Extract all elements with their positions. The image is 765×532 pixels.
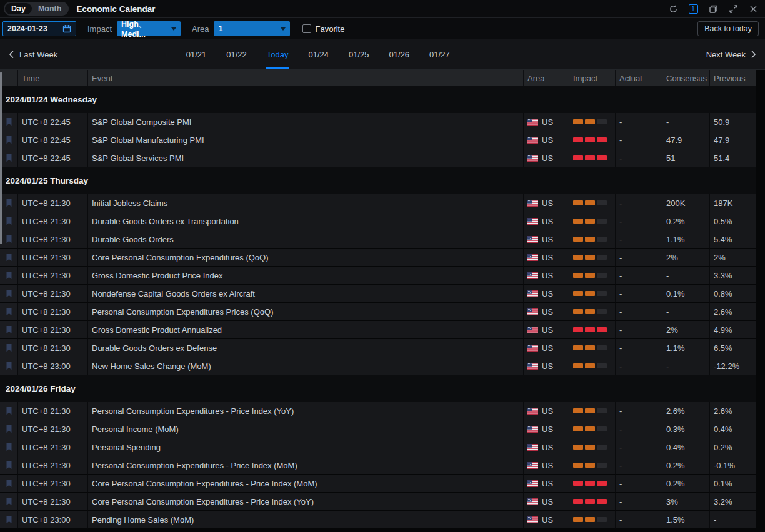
tab-day[interactable]: Day — [5, 3, 32, 14]
event-time: UTC+8 21:30 — [18, 456, 88, 475]
bookmark-icon[interactable] — [5, 406, 13, 415]
section-date-header: 2024/01/26 Friday — [0, 375, 756, 402]
impact-segment — [585, 499, 595, 504]
date-picker-input[interactable]: 2024-01-23 — [2, 21, 76, 36]
table-row[interactable]: UTC+8 21:30Personal Consumption Expendit… — [0, 303, 756, 321]
bookmark-icon[interactable] — [5, 343, 13, 352]
area-code: US — [542, 253, 553, 262]
bookmark-cell — [0, 321, 18, 339]
table-row[interactable]: UTC+8 21:30Core Personal Consumption Exp… — [0, 475, 756, 493]
next-week-button[interactable]: Next Week — [706, 39, 756, 69]
flag-wrap — [528, 137, 538, 144]
expand-icon[interactable] — [728, 3, 739, 14]
bookmark-icon[interactable] — [5, 325, 13, 334]
restore-window-icon[interactable] — [708, 3, 719, 14]
bookmark-icon[interactable] — [5, 154, 13, 162]
table-row[interactable]: UTC+8 23:00Pending Home Sales (MoM) US-1… — [0, 511, 756, 529]
previous-value: 0.4% — [710, 420, 756, 438]
impact-segment — [597, 481, 607, 486]
day-tab-today[interactable]: Today — [266, 39, 289, 69]
day-tab-0121[interactable]: 01/21 — [186, 39, 208, 69]
table-row[interactable]: UTC+8 21:30Personal Spending US-0.4%0.2% — [0, 438, 756, 456]
back-to-today-button[interactable]: Back to today — [698, 21, 759, 36]
table-row[interactable]: UTC+8 21:30Gross Domestic Product Price … — [0, 267, 756, 285]
day-tab-0124[interactable]: 01/24 — [308, 39, 329, 69]
us-flag-icon — [528, 290, 538, 297]
bookmark-icon[interactable] — [5, 289, 13, 298]
bookmark-icon[interactable] — [5, 461, 13, 470]
event-area: US — [524, 303, 569, 321]
impact-segment — [585, 445, 595, 450]
bookmark-icon[interactable] — [5, 425, 13, 433]
flag-wrap — [528, 426, 538, 433]
table-body: 2024/01/24 Wednesday UTC+8 22:45S&P Glob… — [0, 86, 756, 529]
last-week-button[interactable]: Last Week — [9, 39, 58, 69]
table-row[interactable]: UTC+8 21:30Core Personal Consumption Exp… — [0, 493, 756, 511]
table-row[interactable]: UTC+8 21:30Gross Domestic Product Annual… — [0, 321, 756, 339]
section-date-header: 2024/01/24 Wednesday — [0, 86, 756, 113]
bookmark-icon[interactable] — [5, 199, 13, 207]
consensus-value: 1.1% — [662, 339, 710, 357]
header-impact: Impact — [569, 70, 616, 86]
us-flag-icon — [528, 200, 538, 207]
refresh-icon[interactable] — [668, 3, 679, 14]
table-row[interactable]: UTC+8 21:30Durable Goods Orders ex Trans… — [0, 212, 756, 230]
day-tab-0122[interactable]: 01/22 — [226, 39, 248, 69]
favorite-checkbox[interactable] — [302, 24, 311, 33]
bookmark-icon[interactable] — [5, 135, 13, 144]
table-row[interactable]: UTC+8 21:30Durable Goods Orders ex Defen… — [0, 339, 756, 357]
impact-indicator — [569, 321, 616, 339]
day-tab-0126[interactable]: 01/26 — [389, 39, 411, 69]
impact-segment — [573, 219, 583, 224]
table-row[interactable]: UTC+8 22:45S&P Global Services PMI US-51… — [0, 149, 756, 167]
impact-select[interactable]: High、Medi... — [117, 21, 181, 36]
impact-segment — [597, 426, 607, 431]
title-bar: Day Month Economic Calendar 1 — [0, 0, 765, 18]
bookmark-icon[interactable] — [5, 235, 13, 244]
close-icon[interactable] — [748, 3, 759, 14]
bookmark-icon[interactable] — [5, 362, 13, 370]
bookmark-icon[interactable] — [5, 117, 13, 126]
table-row[interactable]: UTC+8 22:45S&P Global Composite PMI US--… — [0, 113, 756, 131]
table-row[interactable]: UTC+8 23:00New Home Sales Change (MoM) U… — [0, 357, 756, 375]
date-value: 2024-01-23 — [8, 24, 48, 33]
event-area: US — [524, 357, 569, 375]
event-time: UTC+8 21:30 — [18, 321, 88, 339]
area-code: US — [542, 307, 553, 317]
bookmark-icon[interactable] — [5, 253, 13, 262]
table-row[interactable]: UTC+8 21:30Durable Goods Orders US-1.1%5… — [0, 230, 756, 249]
bookmark-icon[interactable] — [5, 515, 13, 524]
day-tab-0127[interactable]: 01/27 — [429, 39, 451, 69]
impact-segment — [573, 445, 583, 450]
event-name: New Home Sales Change (MoM) — [88, 357, 524, 375]
bookmark-cell — [0, 357, 18, 375]
bookmark-icon[interactable] — [5, 271, 13, 280]
table-row[interactable]: UTC+8 21:30Initial Jobless Claims US-200… — [0, 194, 756, 212]
area-select[interactable]: 1 — [214, 21, 290, 36]
bookmark-icon[interactable] — [5, 497, 13, 506]
table-row[interactable]: UTC+8 21:30Personal Consumption Expendit… — [0, 402, 756, 420]
tab-month[interactable]: Month — [32, 3, 68, 14]
single-window-icon[interactable]: 1 — [688, 3, 699, 14]
day-tab-0125[interactable]: 01/25 — [348, 39, 370, 69]
table-row[interactable]: UTC+8 21:30Core Personal Consumption Exp… — [0, 249, 756, 267]
bookmark-icon[interactable] — [5, 307, 13, 316]
flag-wrap — [528, 218, 538, 225]
us-flag-icon — [528, 426, 538, 433]
consensus-value: 0.2% — [662, 475, 710, 493]
bookmark-icon[interactable] — [5, 479, 13, 488]
table-row[interactable]: UTC+8 22:45S&P Global Manufacturing PMI … — [0, 131, 756, 149]
event-name: Nondefense Capital Goods Orders ex Aircr… — [88, 285, 524, 303]
consensus-value: 0.3% — [662, 420, 710, 438]
bookmark-icon[interactable] — [5, 443, 13, 451]
favorite-filter[interactable]: Favorite — [302, 24, 344, 34]
bookmark-icon[interactable] — [5, 217, 13, 225]
impact-indicator — [569, 456, 616, 475]
area-code: US — [542, 217, 553, 226]
vertical-scrollbar-thumb[interactable] — [0, 72, 2, 244]
event-area: US — [524, 249, 569, 267]
table-row[interactable]: UTC+8 21:30Personal Income (MoM) US-0.3%… — [0, 420, 756, 438]
table-row[interactable]: UTC+8 21:30Nondefense Capital Goods Orde… — [0, 285, 756, 303]
table-row[interactable]: UTC+8 21:30Personal Consumption Expendit… — [0, 456, 756, 475]
impact-segment — [597, 155, 607, 160]
